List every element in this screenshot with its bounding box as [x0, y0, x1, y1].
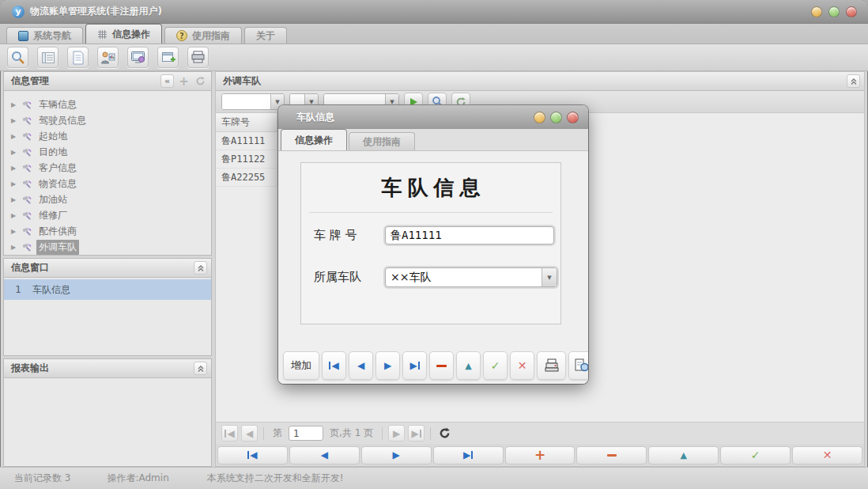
- add-button[interactable]: 增加: [283, 351, 319, 380]
- toolbar-monitor-button[interactable]: [127, 47, 149, 68]
- expand-arrow-icon[interactable]: ▶: [11, 228, 18, 235]
- dialog-minimize-button[interactable]: [534, 112, 545, 123]
- pager-page-prefix: 第: [273, 426, 282, 440]
- page-input[interactable]: [289, 426, 323, 441]
- sidebar-item-customer-info[interactable]: ▶ 客户信息: [4, 160, 211, 176]
- close-button[interactable]: [846, 6, 857, 17]
- pager-last-button[interactable]: ▶: [408, 425, 425, 442]
- record-add-button[interactable]: +: [505, 446, 576, 464]
- sidebar-item-vehicle-info[interactable]: ▶ 车辆信息: [4, 97, 211, 112]
- fleet-combobox[interactable]: ××车队 ▼: [385, 267, 557, 287]
- dialog-next-button[interactable]: ▶: [376, 351, 400, 380]
- refresh-icon[interactable]: [194, 74, 207, 88]
- dialog-confirm-button[interactable]: ✓: [483, 351, 508, 380]
- dialog-prev-button[interactable]: ◀: [349, 351, 373, 380]
- info-window-item-fleet-info[interactable]: 1 车队信息: [4, 279, 211, 300]
- record-next-button[interactable]: ▶: [361, 446, 432, 464]
- first-record-icon: ◀: [329, 361, 338, 370]
- tab-system-nav[interactable]: 系统导航: [6, 27, 83, 44]
- dialog-tab-label: 信息操作: [295, 134, 333, 147]
- sidebar-item-gas-station[interactable]: ▶ 加油站: [4, 191, 211, 207]
- grid-row[interactable]: 鲁P11122: [216, 150, 277, 169]
- minimize-button[interactable]: [811, 6, 822, 17]
- plate-number-input[interactable]: [385, 226, 554, 244]
- sidebar-item-origin[interactable]: ▶ 起始地: [4, 128, 211, 144]
- dialog-close-button[interactable]: [567, 112, 579, 123]
- expand-arrow-icon[interactable]: ▶: [11, 117, 18, 124]
- record-nav-toolbar: ◀ ◀ ▶ ▶ + ▲ ✓ ✕: [216, 444, 864, 466]
- tab-user-guide[interactable]: ? 使用指南: [164, 27, 242, 44]
- toolbar-user-report-button[interactable]: [97, 47, 119, 68]
- toolbar-list-button[interactable]: [37, 47, 58, 68]
- tool-icon: [22, 179, 32, 189]
- toolbar-document-button[interactable]: [67, 47, 89, 68]
- tool-icon: [22, 147, 32, 157]
- pager-refresh-button[interactable]: [436, 425, 453, 442]
- tab-info-operation[interactable]: 信息操作: [85, 24, 162, 44]
- sidebar-item-external-fleet[interactable]: ▶ 外调车队: [4, 239, 211, 255]
- expand-arrow-icon[interactable]: ▶: [11, 165, 18, 172]
- expand-arrow-icon[interactable]: ▶: [11, 101, 18, 108]
- record-cancel-button[interactable]: ✕: [792, 446, 862, 464]
- expand-arrow-icon[interactable]: ▶: [11, 133, 18, 140]
- record-edit-button[interactable]: ▲: [648, 446, 719, 464]
- maximize-button[interactable]: [828, 6, 840, 17]
- dialog-first-button[interactable]: ◀: [322, 351, 346, 380]
- pager-separator: [430, 427, 431, 440]
- dialog-titlebar[interactable]: 车队信息: [278, 105, 588, 129]
- dialog-edit-button[interactable]: ▲: [456, 351, 481, 380]
- toolbar-search-button[interactable]: [7, 47, 28, 68]
- sidebar-item-repair-shop[interactable]: ▶ 维修厂: [4, 207, 211, 223]
- grid-column-header-plate[interactable]: 车牌号: [216, 113, 277, 132]
- confirm-icon: ✓: [491, 360, 500, 371]
- record-prev-button[interactable]: ◀: [289, 446, 360, 464]
- sidebar-item-goods-info[interactable]: ▶ 物资信息: [4, 176, 211, 191]
- dialog-last-button[interactable]: ▶: [402, 351, 427, 380]
- dropdown-arrow-icon[interactable]: ▼: [542, 268, 557, 286]
- collapse-up-icon[interactable]: [847, 74, 860, 88]
- panel-tools: [847, 74, 860, 88]
- toolbar-print-button[interactable]: [187, 47, 209, 68]
- nav-square-icon: [18, 31, 28, 41]
- pager-prev-button[interactable]: ◀: [241, 425, 258, 442]
- record-delete-button[interactable]: [576, 446, 647, 464]
- collapse-left-icon[interactable]: «: [160, 74, 174, 88]
- expand-arrow-icon[interactable]: ▶: [11, 149, 18, 156]
- last-page-icon: ▶: [411, 429, 421, 438]
- collapse-up-icon[interactable]: [194, 261, 207, 275]
- status-record-count: 当前记录数 3: [14, 472, 70, 485]
- grid-row[interactable]: 鲁A11111: [216, 132, 277, 150]
- sidebar-item-driver-info[interactable]: ▶ 驾驶员信息: [4, 112, 211, 128]
- dialog-cancel-button[interactable]: ✕: [510, 351, 534, 380]
- expand-arrow-icon[interactable]: ▶: [11, 244, 18, 251]
- dialog-tab-info-operation[interactable]: 信息操作: [281, 129, 347, 150]
- dialog-print-button[interactable]: [537, 351, 566, 380]
- expand-arrow-icon[interactable]: ▶: [11, 180, 18, 188]
- expand-arrow-icon[interactable]: ▶: [11, 196, 18, 203]
- record-confirm-button[interactable]: ✓: [720, 446, 791, 464]
- expand-arrow-icon[interactable]: ▶: [11, 212, 18, 219]
- dialog-maximize-button[interactable]: [550, 112, 562, 123]
- grid-row[interactable]: 鲁A22255: [216, 169, 277, 187]
- pager-first-button[interactable]: ◀: [221, 425, 238, 442]
- tab-about[interactable]: 关于: [244, 27, 287, 44]
- toolbar-window-add-button[interactable]: [157, 47, 179, 68]
- sidebar-item-parts-supplier[interactable]: ▶ 配件供商: [4, 223, 211, 239]
- dialog-tab-user-guide[interactable]: 使用指南: [349, 132, 415, 150]
- record-first-button[interactable]: ◀: [217, 446, 288, 464]
- tab-label: 系统导航: [33, 29, 71, 43]
- sidebar-item-label: 物资信息: [36, 176, 79, 191]
- plus-icon[interactable]: +: [177, 74, 191, 88]
- pager-bar: ◀ ◀ 第 页,共 1 页 ▶ ▶: [216, 422, 864, 444]
- record-last-button[interactable]: ▶: [433, 446, 504, 464]
- sidebar-item-destination[interactable]: ▶ 目的地: [4, 144, 211, 160]
- pager-next-button[interactable]: ▶: [388, 425, 405, 442]
- pager-page-suffix: 页,共 1 页: [330, 426, 373, 440]
- main-panel-title: 外调车队: [223, 74, 261, 88]
- filter-combo-1[interactable]: ▼: [221, 93, 285, 110]
- dialog-print-preview-button[interactable]: [568, 351, 588, 380]
- dialog-delete-button[interactable]: [429, 351, 454, 380]
- fleet-label: 所属车队: [314, 270, 385, 285]
- collapse-up-icon[interactable]: [194, 362, 207, 375]
- first-record-icon: ◀: [247, 450, 257, 460]
